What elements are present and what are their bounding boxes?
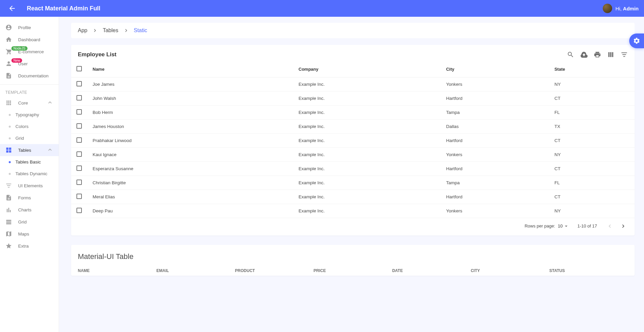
column-header[interactable]: City — [441, 62, 549, 77]
cell-city: Hartford — [441, 190, 549, 204]
card-title: Material-UI Table — [71, 245, 635, 265]
column-header[interactable]: Name — [87, 62, 293, 77]
column-header[interactable]: State — [549, 62, 635, 77]
sidebar-item-documentation[interactable]: Documentation — [0, 70, 59, 82]
badge: New — [11, 58, 22, 63]
doc-icon — [5, 72, 12, 79]
column-header[interactable]: NAME — [78, 268, 156, 273]
sidebar-subitem-typography[interactable]: Typography — [0, 109, 59, 121]
table-row[interactable]: Meral EliasExample Inc.HartfordCT — [71, 190, 635, 204]
table-row[interactable]: John WalshExample Inc.HartfordCT — [71, 91, 635, 105]
sidebar-subitem-tables-basic[interactable]: Tables Basic — [0, 156, 59, 168]
checkbox[interactable] — [76, 165, 82, 171]
sidebar-item-tables[interactable]: Tables — [0, 144, 59, 156]
sidebar-subitem-label: Typography — [15, 112, 39, 117]
menu-toggle-button[interactable] — [5, 2, 19, 15]
checkbox[interactable] — [76, 208, 82, 213]
cell-company: Example Inc. — [293, 119, 441, 133]
table-row[interactable]: Joe JamesExample Inc.YonkersNY — [71, 77, 635, 91]
cell-state: CT — [549, 91, 635, 105]
sidebar-subitem-label: Tables Dynamic — [15, 171, 47, 176]
rows-per-page-select[interactable]: 10 — [558, 223, 569, 229]
breadcrumb-item[interactable]: App — [78, 27, 87, 34]
cell-name: Joe James — [87, 77, 293, 91]
settings-fab[interactable] — [629, 34, 644, 48]
sidebar-subitem-grid[interactable]: Grid — [0, 132, 59, 144]
cell-city: Dallas — [441, 119, 549, 133]
cell-state: TX — [549, 119, 635, 133]
view-columns-icon[interactable] — [607, 51, 614, 58]
sidebar-subitem-colors[interactable]: Colors — [0, 121, 59, 132]
checkbox[interactable] — [76, 194, 82, 199]
sidebar-item-ui-elements[interactable]: UI Elements — [0, 180, 59, 192]
sidebar-item-forms[interactable]: Forms — [0, 192, 59, 204]
sidebar-item-label: UI Elements — [18, 183, 43, 188]
gear-icon — [633, 37, 640, 45]
map-icon — [5, 230, 12, 237]
chevron-icon — [47, 99, 53, 107]
column-header[interactable]: Company — [293, 62, 441, 77]
cell-name: Bob Herm — [87, 105, 293, 119]
employee-table: NameCompanyCityState Joe JamesExample In… — [71, 62, 635, 218]
card-title: Employee List — [78, 51, 116, 58]
rpp-value: 10 — [558, 223, 562, 228]
table-row[interactable]: Christian BirgitteExample Inc.TampaFL — [71, 176, 635, 190]
mui-table-header: NAMEEMAILPRODUCTPRICEDATECITYSTATUS — [71, 265, 635, 276]
sidebar-item-extra[interactable]: Extra — [0, 240, 59, 252]
column-header[interactable]: EMAIL — [156, 268, 235, 273]
table-row[interactable]: Bob HermExample Inc.TampaFL — [71, 105, 635, 119]
checkbox[interactable] — [76, 151, 82, 157]
checkbox[interactable] — [76, 81, 82, 86]
greeting: Hi, Admin — [615, 6, 639, 11]
breadcrumb-item[interactable]: Static — [134, 27, 147, 34]
column-header[interactable]: STATUS — [549, 268, 628, 273]
table-row[interactable]: Kaui IgnaceExample Inc.YonkersNY — [71, 147, 635, 161]
prev-page-button[interactable] — [605, 221, 614, 231]
cell-city: Tampa — [441, 105, 549, 119]
column-header[interactable]: CITY — [471, 268, 549, 273]
cell-company: Example Inc. — [293, 204, 441, 218]
sidebar-item-maps[interactable]: Maps — [0, 228, 59, 240]
sidebar-item-ecommerce[interactable]: E-commerceNodeJS — [0, 46, 59, 58]
cell-city: Yonkers — [441, 77, 549, 91]
download-icon[interactable] — [580, 51, 588, 58]
bullet-icon — [9, 114, 11, 116]
table-footer: Rows per page: 10 1-10 of 17 — [71, 218, 635, 236]
checkbox[interactable] — [76, 137, 82, 143]
checkbox[interactable] — [76, 95, 82, 101]
checkbox[interactable] — [76, 66, 82, 71]
column-header[interactable]: PRODUCT — [235, 268, 314, 273]
cell-state: FL — [549, 105, 635, 119]
breadcrumb-item[interactable]: Tables — [103, 27, 118, 34]
employee-list-card: Employee List NameCompanyCityState Joe J… — [71, 45, 635, 236]
cell-city: Hartford — [441, 133, 549, 147]
checkbox[interactable] — [76, 109, 82, 115]
next-page-button[interactable] — [619, 221, 628, 231]
bullet-icon — [9, 126, 11, 128]
column-header[interactable]: PRICE — [314, 268, 392, 273]
sidebar-item-charts[interactable]: Charts — [0, 204, 59, 216]
table-row[interactable]: Deep PauExample Inc.YonkersNY — [71, 204, 635, 218]
sidebar-item-dashboard[interactable]: Dashboard — [0, 34, 59, 46]
column-header[interactable]: DATE — [392, 268, 471, 273]
sidebar-item-user[interactable]: UserNew — [0, 58, 59, 70]
print-icon[interactable] — [594, 51, 601, 58]
filter-icon[interactable] — [621, 51, 628, 58]
table-row[interactable]: Prabhakar LinwoodExample Inc.HartfordCT — [71, 133, 635, 147]
sidebar-item-core[interactable]: Core — [0, 97, 59, 109]
sidebar-item-label: Charts — [18, 207, 32, 212]
sidebar-item-profile[interactable]: Profile — [0, 21, 59, 34]
sidebar-item-label: Grid — [18, 219, 27, 224]
table-row[interactable]: Esperanza SusanneExample Inc.HartfordCT — [71, 161, 635, 176]
avatar[interactable] — [603, 4, 612, 13]
sidebar-item-label: Maps — [18, 231, 29, 237]
cell-name: Esperanza Susanne — [87, 161, 293, 176]
checkbox[interactable] — [76, 123, 82, 129]
sidebar-item-label: Tables — [18, 148, 31, 153]
table-row[interactable]: James HoustonExample Inc.DallasTX — [71, 119, 635, 133]
sidebar-item-grid[interactable]: Grid — [0, 216, 59, 228]
search-icon[interactable] — [567, 51, 574, 58]
sidebar-subitem-tables-dynamic[interactable]: Tables Dynamic — [0, 168, 59, 180]
badge: NodeJS — [11, 46, 28, 51]
checkbox[interactable] — [76, 180, 82, 185]
